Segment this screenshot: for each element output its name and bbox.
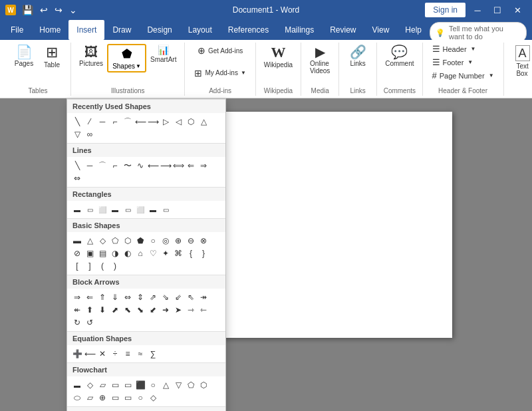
shape-item[interactable]: ▭ xyxy=(122,379,134,391)
header-button[interactable]: ☰ Header ▼ xyxy=(428,43,498,55)
shape-item[interactable]: ↞ xyxy=(71,304,83,316)
shape-item[interactable]: ◑ xyxy=(109,247,121,259)
shape-item[interactable]: ⬠ xyxy=(109,235,121,247)
links-button[interactable]: 🔗 Links xyxy=(344,44,371,68)
shape-item[interactable]: ▬ xyxy=(71,379,83,391)
shape-item[interactable]: ⌒ xyxy=(122,116,134,128)
shape-item[interactable]: ⊖ xyxy=(185,235,197,247)
shape-item[interactable]: ⇽ xyxy=(198,304,209,316)
shape-item[interactable]: ⬜ xyxy=(134,204,146,215)
shape-item[interactable]: ⬟ xyxy=(134,235,146,247)
shape-item[interactable]: ▭ xyxy=(109,379,121,391)
shape-item[interactable]: ⬠ xyxy=(185,379,197,391)
shape-item[interactable]: ➜ xyxy=(160,304,172,316)
shape-item[interactable]: ╲ xyxy=(71,116,83,128)
shape-item[interactable]: ↺ xyxy=(84,317,96,329)
shape-item[interactable]: △ xyxy=(84,235,96,247)
pages-button[interactable]: 📄 Pages xyxy=(11,44,37,68)
shape-item[interactable]: ⊘ xyxy=(71,247,83,259)
shape-item[interactable]: ─ xyxy=(84,160,96,172)
shape-item[interactable]: ⇐ xyxy=(84,291,96,303)
shape-item[interactable]: ) xyxy=(109,260,121,272)
menu-file[interactable]: File xyxy=(3,20,31,40)
menu-references[interactable]: References xyxy=(220,20,277,40)
shape-item[interactable]: ⬋ xyxy=(147,304,159,316)
shape-item[interactable]: ⌐ xyxy=(109,116,121,128)
shape-item[interactable]: { xyxy=(185,247,197,259)
shape-item[interactable]: ▤ xyxy=(96,247,108,259)
shape-item[interactable]: ○ xyxy=(147,235,159,247)
shape-item[interactable]: ▬ xyxy=(71,204,83,215)
shape-item[interactable]: ⬭ xyxy=(71,392,83,404)
shape-item[interactable]: ◐ xyxy=(122,247,134,259)
smartart-button[interactable]: 📊 SmartArt xyxy=(148,44,179,65)
shape-item[interactable]: ◎ xyxy=(160,235,172,247)
shape-item[interactable]: ≈ xyxy=(134,348,146,360)
save-btn[interactable]: 💾 xyxy=(20,3,35,17)
shape-item[interactable]: ─ xyxy=(96,116,108,128)
menu-insert[interactable]: Insert xyxy=(68,20,104,40)
shape-item[interactable]: ⇔ xyxy=(71,172,83,184)
shape-item[interactable]: ∿ xyxy=(134,160,146,172)
shape-item[interactable]: ⟵ xyxy=(134,116,146,128)
shape-item[interactable]: ⬡ xyxy=(185,116,197,128)
shape-item[interactable]: ◁ xyxy=(172,116,184,128)
shape-item[interactable]: ⇘ xyxy=(160,291,172,303)
shape-item[interactable]: ↻ xyxy=(71,317,83,329)
undo-btn[interactable]: ↩ xyxy=(38,3,50,17)
shape-item[interactable]: ⬆ xyxy=(84,304,96,316)
shape-item[interactable]: ⬊ xyxy=(134,304,146,316)
pictures-button[interactable]: 🖼 Pictures xyxy=(76,44,106,68)
close-btn[interactable]: ✕ xyxy=(508,1,527,19)
shape-item[interactable]: ◇ xyxy=(96,235,108,247)
wikipedia-button[interactable]: W Wikipedia xyxy=(261,44,295,70)
shape-item[interactable]: ▭ xyxy=(160,204,172,215)
shape-item[interactable]: ] xyxy=(84,260,96,272)
shape-item[interactable]: ⊕ xyxy=(96,392,108,404)
redo-btn[interactable]: ↪ xyxy=(53,3,65,17)
shape-item[interactable]: ⊕ xyxy=(172,235,184,247)
pagenumber-button[interactable]: # Page Number ▼ xyxy=(428,69,498,82)
menu-review[interactable]: Review xyxy=(322,20,364,40)
menu-draw[interactable]: Draw xyxy=(104,20,139,40)
shape-item[interactable]: ◇ xyxy=(147,392,159,404)
shape-item[interactable]: ➤ xyxy=(172,304,184,316)
menu-home[interactable]: Home xyxy=(31,20,68,40)
shape-item[interactable]: ▬ xyxy=(109,204,121,215)
menu-design[interactable]: Design xyxy=(139,20,180,40)
shape-item[interactable]: ⬡ xyxy=(122,235,134,247)
shape-item[interactable]: ⇗ xyxy=(147,291,159,303)
menu-view[interactable]: View xyxy=(364,20,398,40)
shape-item[interactable]: ▱ xyxy=(96,379,108,391)
shape-item[interactable]: ∞ xyxy=(84,128,96,140)
shape-item[interactable]: ⟵ xyxy=(147,160,159,172)
menu-help[interactable]: Help xyxy=(397,20,430,40)
shape-item[interactable]: ➕ xyxy=(71,348,83,360)
shape-item[interactable]: ⌂ xyxy=(134,247,146,259)
onlinevideos-button[interactable]: ▶ OnlineVideos xyxy=(307,44,333,76)
shape-item[interactable]: ⌒ xyxy=(96,160,108,172)
shape-item[interactable]: ⇐ xyxy=(185,160,197,172)
minimize-btn[interactable]: ─ xyxy=(468,1,487,19)
shape-item[interactable]: ◇ xyxy=(84,379,96,391)
menu-mailings[interactable]: Mailings xyxy=(277,20,322,40)
shape-item[interactable]: ( xyxy=(96,260,108,272)
shape-item[interactable]: ⟶ xyxy=(160,160,172,172)
shape-item[interactable]: ⬜ xyxy=(96,204,108,215)
shape-item[interactable]: ⇔ xyxy=(122,291,134,303)
shape-item[interactable]: ▬ xyxy=(71,235,83,247)
shape-item[interactable]: ∑ xyxy=(147,348,159,360)
shape-item[interactable]: ♡ xyxy=(147,247,159,259)
shape-item[interactable]: } xyxy=(198,247,209,259)
shape-item[interactable]: ↠ xyxy=(198,291,209,303)
footer-button[interactable]: ☰ Footer ▼ xyxy=(428,56,498,68)
shape-item[interactable]: ⌐ xyxy=(109,160,121,172)
shape-item[interactable]: ⇓ xyxy=(109,291,121,303)
shape-item[interactable]: ▭ xyxy=(84,204,96,215)
shape-item[interactable]: ⇙ xyxy=(172,291,184,303)
shape-item[interactable]: ▭ xyxy=(122,204,134,215)
shape-item[interactable]: ⇖ xyxy=(185,291,197,303)
shape-item[interactable]: ⁄ xyxy=(84,116,96,128)
shape-item[interactable]: ≡ xyxy=(122,348,134,360)
sign-in-button[interactable]: Sign in xyxy=(425,3,466,17)
